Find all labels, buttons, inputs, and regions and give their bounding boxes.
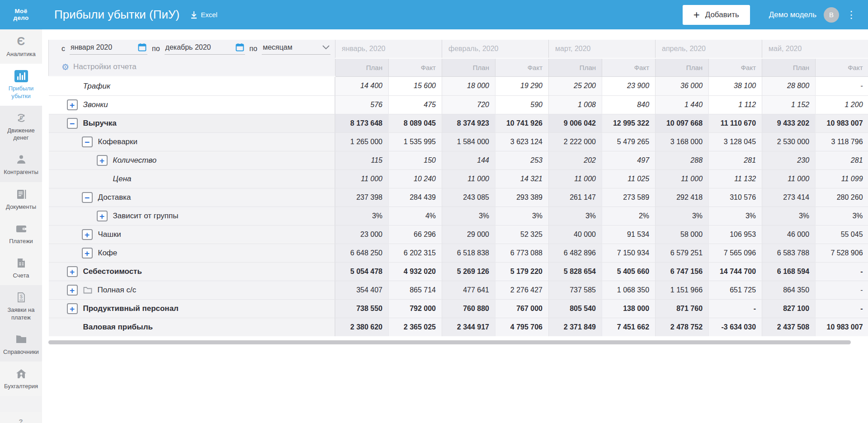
plan-cell: 36 000 bbox=[656, 76, 709, 95]
collapse-button[interactable]: − bbox=[82, 192, 93, 203]
svg-text:$: $ bbox=[19, 294, 22, 299]
fact-cell: 7 565 096 bbox=[709, 244, 762, 262]
fact-cell: 3 623 124 bbox=[495, 132, 549, 151]
sidebar-item-payments[interactable]: Платежи bbox=[0, 216, 42, 251]
fact-cell: 10 983 007 bbox=[816, 318, 868, 336]
add-button-label: Добавить bbox=[705, 10, 739, 19]
expand-button[interactable]: + bbox=[82, 229, 93, 240]
calendar-icon[interactable] bbox=[236, 43, 244, 52]
plan-cell: 6 583 788 bbox=[762, 244, 816, 262]
fact-cell: 150 bbox=[389, 151, 442, 169]
model-selector[interactable]: Демо модель bbox=[769, 10, 816, 19]
sidebar-item-analytics[interactable]: Є Аналитика bbox=[0, 29, 42, 64]
horizontal-scrollbar[interactable] bbox=[48, 340, 851, 344]
plan-cell: 1 584 000 bbox=[442, 132, 495, 151]
page-title: Прибыли убытки (ПиУ) bbox=[54, 8, 179, 22]
folder-icon bbox=[15, 333, 28, 346]
chevron-down-icon bbox=[322, 45, 330, 50]
plan-cell: 720 bbox=[442, 95, 495, 114]
plan-cell: 11 000 bbox=[442, 169, 495, 188]
excel-export-button[interactable]: Excel bbox=[190, 11, 217, 19]
fact-cell: 651 725 bbox=[709, 281, 762, 299]
table-row: −Выручка8 173 6488 089 0458 374 92310 74… bbox=[49, 114, 868, 132]
from-label: с bbox=[61, 45, 65, 53]
plan-cell: 3% bbox=[656, 207, 709, 225]
sidebar-item-training[interactable]: ? Обучение bbox=[0, 412, 42, 423]
report-settings-link[interactable]: ⚙ Настройки отчета bbox=[55, 58, 335, 76]
row-label-cell: Трафик bbox=[49, 77, 335, 95]
avatar[interactable]: B bbox=[824, 7, 839, 23]
bar-chart-icon bbox=[14, 70, 28, 82]
calendar-icon[interactable] bbox=[138, 43, 146, 52]
plan-cell: 243 085 bbox=[442, 188, 495, 207]
table-body: Трафик14 40015 60018 00019 29025 20023 9… bbox=[49, 76, 868, 336]
plan-cell: 237 398 bbox=[335, 188, 389, 207]
fact-cell: 840 bbox=[602, 95, 656, 114]
sidebar-item-counterparties[interactable]: Контрагенты bbox=[0, 147, 42, 182]
fact-cell: 253 bbox=[495, 151, 549, 169]
sidebar-item-profit-loss[interactable]: Прибыли убытки bbox=[0, 64, 42, 106]
subheader-fact: Факт bbox=[389, 58, 442, 77]
svg-text:?: ? bbox=[19, 418, 23, 423]
plan-cell: 576 bbox=[335, 95, 389, 114]
fact-cell: - bbox=[816, 76, 868, 95]
row-label: Количество bbox=[113, 156, 157, 165]
subheader-plan: План bbox=[656, 58, 709, 77]
fact-cell: 590 bbox=[495, 95, 549, 114]
plan-cell: 8 374 923 bbox=[442, 114, 495, 132]
wallet-icon bbox=[15, 222, 28, 235]
fact-cell: 7 150 934 bbox=[602, 244, 656, 262]
fact-cell: 8 089 045 bbox=[389, 114, 442, 132]
app-header: Моё дело Прибыли убытки (ПиУ) Excel + До… bbox=[0, 0, 868, 29]
row-label-cell: +Полная с/с bbox=[49, 281, 335, 299]
period-select[interactable]: месяцам bbox=[262, 43, 330, 55]
row-label: Звонки bbox=[83, 100, 108, 109]
plan-cell: 14 400 bbox=[335, 76, 389, 95]
plan-cell: 292 418 bbox=[656, 188, 709, 207]
sidebar-item-accounting[interactable]: Бухгалтерия bbox=[0, 362, 42, 396]
expand-button[interactable]: + bbox=[97, 211, 108, 221]
kebab-menu-icon[interactable]: ⋮ bbox=[846, 10, 856, 20]
collapse-button[interactable]: − bbox=[82, 136, 93, 147]
plan-cell: 115 bbox=[335, 151, 389, 169]
fact-cell: 6 773 088 bbox=[495, 244, 549, 262]
app-logo[interactable]: Моё дело bbox=[0, 8, 42, 22]
fact-cell: 792 000 bbox=[389, 299, 442, 318]
date-from-input[interactable]: января 2020 bbox=[70, 43, 147, 55]
fact-cell: - bbox=[709, 299, 762, 318]
collapse-button[interactable]: − bbox=[67, 118, 78, 129]
fact-cell: 281 bbox=[709, 151, 762, 169]
logo-line1: Моё bbox=[0, 8, 42, 15]
plan-cell: 202 bbox=[549, 151, 602, 169]
table-row: +Кофе6 648 2506 202 3156 518 8386 773 08… bbox=[49, 244, 868, 262]
plan-cell: 1 265 000 bbox=[335, 132, 389, 151]
plan-cell: 273 414 bbox=[762, 188, 816, 207]
expand-button[interactable]: + bbox=[67, 266, 78, 277]
date-to-input[interactable]: декабрь 2020 bbox=[165, 43, 245, 55]
expand-button[interactable]: + bbox=[82, 248, 93, 258]
person-icon bbox=[15, 153, 27, 166]
fact-cell: 5 405 660 bbox=[602, 262, 656, 281]
row-label: Себестоимость bbox=[83, 267, 142, 276]
sidebar-item-cash-flow[interactable]: ₽ Движение денег bbox=[0, 106, 42, 148]
fact-cell: 12 995 322 bbox=[602, 114, 656, 132]
plan-cell: 5 269 126 bbox=[442, 262, 495, 281]
expand-button[interactable]: + bbox=[97, 155, 108, 166]
fact-cell: 284 439 bbox=[389, 188, 442, 207]
sidebar-item-invoices[interactable]: Счета bbox=[0, 251, 42, 285]
expand-button[interactable]: + bbox=[67, 99, 78, 110]
plan-cell: 10 097 668 bbox=[656, 114, 709, 132]
sidebar-item-documents[interactable]: Документы bbox=[0, 182, 42, 216]
table-row: Цена11 00010 24011 00014 32111 00011 025… bbox=[49, 169, 868, 188]
fact-cell: 5 179 220 bbox=[495, 262, 549, 281]
fact-cell: 1 112 bbox=[709, 95, 762, 114]
plan-cell: 3 168 000 bbox=[656, 132, 709, 151]
sidebar-item-payment-requests[interactable]: $ Заявки на платеж bbox=[0, 285, 42, 327]
fact-cell: 767 000 bbox=[495, 299, 549, 318]
expand-button[interactable]: + bbox=[67, 285, 78, 296]
expand-button[interactable]: + bbox=[67, 303, 78, 314]
report-settings-label: Настройки отчета bbox=[73, 62, 137, 71]
add-button[interactable]: + Добавить bbox=[683, 5, 750, 25]
fact-cell: 2 276 427 bbox=[495, 281, 549, 299]
sidebar-item-directories[interactable]: Справочники bbox=[0, 327, 42, 362]
